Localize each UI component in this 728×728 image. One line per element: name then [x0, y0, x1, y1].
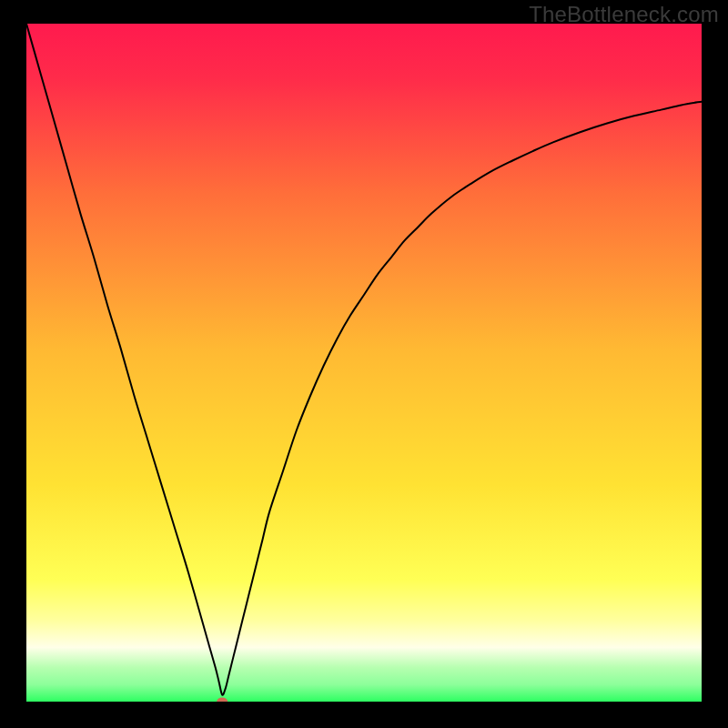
chart-frame: TheBottleneck.com [0, 0, 728, 728]
watermark-text: TheBottleneck.com [529, 2, 719, 27]
chart-plot [26, 24, 702, 702]
